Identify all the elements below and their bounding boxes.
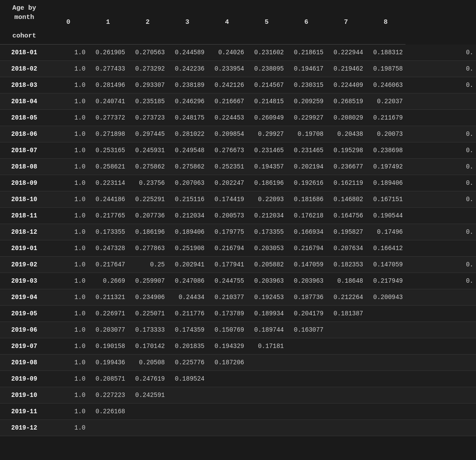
cell-row-18-col-8 <box>366 338 405 355</box>
cell-row-4-col-8: 0.211679 <box>366 110 405 126</box>
cell-row-16-col-7: 0.181387 <box>326 306 366 322</box>
header-cohort: Age bymonthcohort <box>0 0 48 45</box>
cell-row-12-col-0: 1.0 <box>48 240 88 257</box>
cell-row-11-col-0: 1.0 <box>48 224 88 240</box>
table-row: 2019-091.00.2085710.2476190.189524 <box>0 371 476 387</box>
header-col-8: 8 <box>366 0 405 45</box>
cell-row-8-col-4: 0.202247 <box>207 175 247 191</box>
cell-row-5-col-7: 0.20438 <box>326 126 366 142</box>
cell-row-23-col-8 <box>366 420 405 436</box>
cell-row-17-col-4: 0.150769 <box>207 322 247 338</box>
table-row: 2019-021.00.2176470.250.2029410.1779410.… <box>0 257 476 273</box>
cell-row-15-col-9 <box>405 289 476 306</box>
cell-row-22-col-7 <box>326 404 366 420</box>
cell-row-18-col-7 <box>326 338 366 355</box>
cell-row-5-col-5: 0.29927 <box>247 126 286 142</box>
cell-row-9-col-7: 0.146802 <box>326 191 366 208</box>
table-row: 2018-111.00.2177650.2077360.2120340.2005… <box>0 208 476 224</box>
cell-row-23-col-1 <box>88 420 128 436</box>
cell-row-1-col-8: 0.198758 <box>366 61 405 77</box>
table-row: 2019-071.00.1901580.1701420.2018350.1943… <box>0 338 476 355</box>
header-col-1: 1 <box>88 0 128 45</box>
cell-row-2-col-9: 0. <box>405 77 476 93</box>
cell-row-11-col-3: 0.189406 <box>167 224 207 240</box>
cell-row-15-col-3: 0.24434 <box>167 289 207 306</box>
cell-row-19-col-5 <box>247 355 286 371</box>
cell-row-5-col-9: 0. <box>405 126 476 142</box>
cell-row-21-col-9 <box>405 387 476 404</box>
header-col-3: 3 <box>167 0 207 45</box>
cell-row-19-col-7 <box>326 355 366 371</box>
cell-row-15-col-8: 0.200943 <box>366 289 405 306</box>
cell-row-7-col-4: 0.252351 <box>207 159 247 175</box>
cell-row-5-col-0: 1.0 <box>48 126 88 142</box>
cell-row-23-col-6 <box>286 420 326 436</box>
cell-row-13-col-0: 1.0 <box>48 257 88 273</box>
cell-row-3-col-9 <box>405 93 476 110</box>
cell-row-20-col-6 <box>286 371 326 387</box>
cell-row-5-col-4: 0.209854 <box>207 126 247 142</box>
cell-row-8-col-7: 0.162119 <box>326 175 366 191</box>
cell-row-21-col-4 <box>207 387 247 404</box>
cell-row-21-col-6 <box>286 387 326 404</box>
cell-row-10-col-5: 0.212034 <box>247 208 286 224</box>
cell-row-12-col-7: 0.207634 <box>326 240 366 257</box>
cell-cohort: 2019-05 <box>0 306 48 322</box>
cell-row-8-col-3: 0.207063 <box>167 175 207 191</box>
table-row: 2018-091.00.2231140.237560.2070630.20224… <box>0 175 476 191</box>
cell-row-14-col-9: 0. <box>405 273 476 289</box>
cell-row-3-col-6: 0.209259 <box>286 93 326 110</box>
cell-row-1-col-3: 0.242236 <box>167 61 207 77</box>
cell-cohort: 2018-08 <box>0 159 48 175</box>
cell-row-22-col-3 <box>167 404 207 420</box>
cell-row-6-col-7: 0.195298 <box>326 142 366 159</box>
cell-row-21-col-2: 0.242591 <box>128 387 167 404</box>
cell-row-3-col-0: 1.0 <box>48 93 88 110</box>
cell-row-12-col-8: 0.166412 <box>366 240 405 257</box>
cell-row-15-col-2: 0.234906 <box>128 289 167 306</box>
cell-row-8-col-5: 0.186196 <box>247 175 286 191</box>
cell-row-3-col-1: 0.240741 <box>88 93 128 110</box>
cell-row-0-col-9: 0. <box>405 45 476 61</box>
cell-row-14-col-2: 0.259907 <box>128 273 167 289</box>
cell-cohort: 2018-09 <box>0 175 48 191</box>
cell-cohort: 2018-07 <box>0 142 48 159</box>
table-row: 2019-041.00.2113210.2349060.244340.21037… <box>0 289 476 306</box>
cell-row-2-col-6: 0.230315 <box>286 77 326 93</box>
cell-row-0-col-1: 0.261905 <box>88 45 128 61</box>
table-row: 2018-101.00.2441860.2252910.2151160.1744… <box>0 191 476 208</box>
cell-row-17-col-3: 0.174359 <box>167 322 207 338</box>
cell-row-6-col-6: 0.231465 <box>286 142 326 159</box>
cell-row-0-col-3: 0.244589 <box>167 45 207 61</box>
cell-row-3-col-2: 0.235185 <box>128 93 167 110</box>
cell-row-18-col-2: 0.170142 <box>128 338 167 355</box>
cell-row-15-col-6: 0.187736 <box>286 289 326 306</box>
table-row: 2018-121.00.1733550.1861960.1894060.1797… <box>0 224 476 240</box>
cell-row-16-col-4: 0.173789 <box>207 306 247 322</box>
cell-row-23-col-7 <box>326 420 366 436</box>
cell-row-13-col-7: 0.182353 <box>326 257 366 273</box>
cell-row-18-col-3: 0.201835 <box>167 338 207 355</box>
cell-row-16-col-8 <box>366 306 405 322</box>
cell-row-22-col-4 <box>207 404 247 420</box>
cell-cohort: 2019-02 <box>0 257 48 273</box>
cell-row-18-col-0: 1.0 <box>48 338 88 355</box>
cell-row-20-col-5 <box>247 371 286 387</box>
table-row: 2019-031.00.26690.2599070.2470860.244755… <box>0 273 476 289</box>
table-row: 2018-041.00.2407410.2351850.2462960.2166… <box>0 93 476 110</box>
cell-row-0-col-6: 0.218615 <box>286 45 326 61</box>
cell-row-15-col-0: 1.0 <box>48 289 88 306</box>
table-header-row: Age bymonthcohort 0 1 2 3 4 5 6 7 8 <box>0 0 476 45</box>
cell-cohort: 2019-07 <box>0 338 48 355</box>
cell-row-1-col-9: 0. <box>405 61 476 77</box>
cell-row-9-col-3: 0.215116 <box>167 191 207 208</box>
cell-row-3-col-8: 0.22037 <box>366 93 405 110</box>
cell-row-5-col-3: 0.281022 <box>167 126 207 142</box>
cell-row-11-col-6: 0.166934 <box>286 224 326 240</box>
cell-row-19-col-3: 0.225776 <box>167 355 207 371</box>
cell-row-6-col-2: 0.245931 <box>128 142 167 159</box>
cell-row-4-col-7: 0.208029 <box>326 110 366 126</box>
cell-row-21-col-5 <box>247 387 286 404</box>
cell-row-8-col-0: 1.0 <box>48 175 88 191</box>
cell-row-2-col-4: 0.242126 <box>207 77 247 93</box>
